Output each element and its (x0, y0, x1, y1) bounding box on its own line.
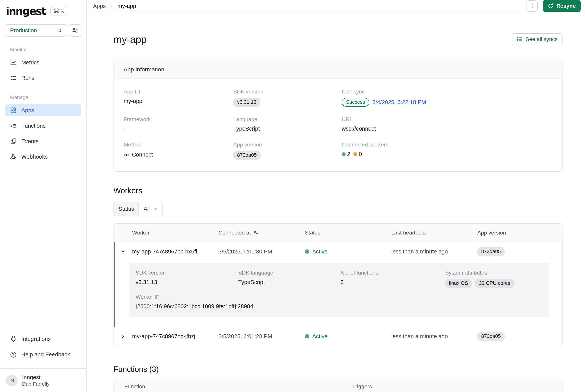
chevron-right-icon (109, 4, 114, 8)
cpu-badge: 32 CPU cores (475, 279, 514, 288)
sidebar-item-label: Runs (21, 75, 35, 81)
functions-table-header: Function Triggers (114, 380, 562, 392)
workers-table-header: Worker Connected at Status Last heartbea… (114, 224, 562, 242)
sidebar: inngest ⌘ K Production Monitor (0, 0, 87, 392)
apps-grid-icon (10, 107, 17, 114)
app-version-badge: 873da05 (477, 332, 505, 341)
sort-descending-icon[interactable] (253, 230, 259, 236)
sidebar-item-functions[interactable]: Functions (5, 120, 81, 132)
resync-button[interactable]: Resync (543, 0, 581, 12)
sidebar-nav: Monitor Metrics Runs Manage Apps (0, 47, 86, 166)
sidebar-item-metrics[interactable]: Metrics (5, 56, 81, 68)
sidebar-item-events[interactable]: Events (5, 135, 81, 147)
collapse-row-button[interactable] (114, 249, 132, 254)
chevron-down-icon (153, 207, 157, 211)
function-list-icon (10, 122, 17, 129)
sidebar-item-label: Integrations (21, 336, 51, 342)
card-header: App information (114, 60, 562, 79)
app-version-badge: 873da05 (477, 247, 505, 256)
command-k-shortcut[interactable]: ⌘ K (50, 7, 67, 16)
nav-section-manage: Manage (10, 94, 81, 100)
shortcut-key: K (61, 8, 64, 14)
sync-status-badge: Success (342, 98, 369, 106)
orange-status-dot (353, 152, 357, 156)
os-badge: linux OS (445, 279, 472, 288)
environment-settings-button[interactable] (69, 24, 81, 36)
worker-details-panel: SDK version v3.31.13 SDK language TypeSc… (129, 263, 548, 317)
profile-menu[interactable]: IN Inngest Dan Farrelly (0, 369, 86, 392)
active-status-dot (305, 334, 309, 338)
sdk-version-badge: v3.31.13 (233, 98, 260, 106)
list-bullets-icon (517, 36, 522, 42)
field-connected-workers: Connected workers 2 0 (342, 142, 552, 160)
expand-row-button[interactable] (114, 334, 132, 339)
copy-squares-icon (10, 138, 17, 144)
page-content: my-app See all syncs App information App… (87, 12, 562, 392)
field-language: Language TypeScript (233, 116, 342, 132)
kebab-menu-icon (529, 3, 535, 9)
field-url: URL wss://connect (342, 116, 552, 132)
field-sdk-version: SDK version v3.31.13 (233, 88, 342, 106)
detail-sdk-version: SDK version v3.31.13 (136, 270, 238, 288)
sidebar-item-label: Webhooks (21, 154, 48, 160)
sidebar-footer: Integrations Help and Feedback (0, 333, 86, 364)
field-framework: Framework - (124, 116, 233, 132)
chevron-down-icon (120, 249, 126, 254)
sidebar-item-label: Functions (21, 123, 46, 129)
worker-row[interactable]: my-app-747c8967bc-bx6fl 3/5/2025, 6:01:3… (114, 242, 562, 261)
status-filter[interactable]: Status All (114, 202, 163, 216)
environment-value: Production (10, 27, 37, 34)
sidebar-item-runs[interactable]: Runs (5, 72, 81, 84)
app-version-badge: 873da05 (233, 151, 260, 160)
functions-table: Function Triggers (114, 379, 562, 392)
plug-icon (10, 336, 17, 342)
see-all-syncs-button[interactable]: See all syncs (512, 33, 562, 45)
chevrons-up-down-icon (57, 28, 62, 33)
topbar: Apps my-app Resync (87, 0, 585, 12)
webhook-icon (10, 154, 17, 160)
sliders-icon (72, 27, 78, 34)
environment-select[interactable]: Production (5, 24, 66, 36)
breadcrumb-current: my-app (117, 3, 136, 9)
field-last-sync: Last sync Success 3/4/2025, 6:22:18 PM (342, 88, 552, 106)
field-app-id: App ID my-app (124, 88, 233, 106)
sidebar-item-integrations[interactable]: Integrations (5, 333, 81, 345)
field-method: Method ∞ Connect (124, 142, 233, 160)
worker-row-group: my-app-747c8967bc-bx6fl 3/5/2025, 6:01:3… (114, 242, 562, 327)
refresh-icon (548, 3, 554, 9)
connect-infinity-icon: ∞ (124, 151, 129, 158)
workers-table: Worker Connected at Status Last heartbea… (114, 223, 562, 346)
active-status-dot (305, 250, 309, 254)
sidebar-item-help[interactable]: Help and Feedback (5, 349, 81, 361)
chevron-right-icon (120, 334, 126, 339)
detail-functions-count: No. of functions 3 (341, 270, 445, 288)
filter-value-dropdown[interactable]: All (139, 202, 162, 216)
workers-heading: Workers (114, 186, 562, 195)
functions-heading: Functions (3) (114, 365, 562, 374)
more-options-button[interactable] (526, 0, 538, 12)
worker-row[interactable]: my-app-747c8967bc-jfbzj 3/5/2025, 6:01:2… (114, 327, 562, 346)
see-all-syncs-label: See all syncs (525, 36, 557, 42)
sidebar-item-label: Apps (21, 107, 34, 114)
question-circle-icon (10, 351, 17, 358)
chart-icon (10, 59, 17, 66)
field-app-version: App version 873da05 (233, 142, 342, 160)
breadcrumb-apps[interactable]: Apps (93, 3, 106, 9)
page-title: my-app (114, 34, 147, 45)
sidebar-item-label: Events (21, 138, 39, 144)
inngest-logo: inngest (6, 5, 46, 17)
breadcrumb: Apps my-app (93, 3, 136, 9)
last-sync-link[interactable]: 3/4/2025, 6:22:18 PM (372, 99, 426, 106)
queue-list-icon (10, 75, 17, 81)
profile-user: Dan Farrelly (22, 381, 50, 387)
green-status-dot (342, 152, 346, 156)
filter-key: Status (114, 202, 139, 216)
sidebar-item-webhooks[interactable]: Webhooks (5, 151, 81, 163)
resync-label: Resync (556, 3, 576, 9)
sidebar-item-apps[interactable]: Apps (5, 104, 81, 116)
sidebar-item-label: Help and Feedback (21, 351, 70, 358)
avatar: IN (6, 375, 18, 386)
app-window: inngest ⌘ K Production Monitor (0, 0, 585, 392)
app-information-card: App information App ID my-app SDK versio… (114, 60, 562, 172)
command-icon: ⌘ (54, 8, 59, 14)
